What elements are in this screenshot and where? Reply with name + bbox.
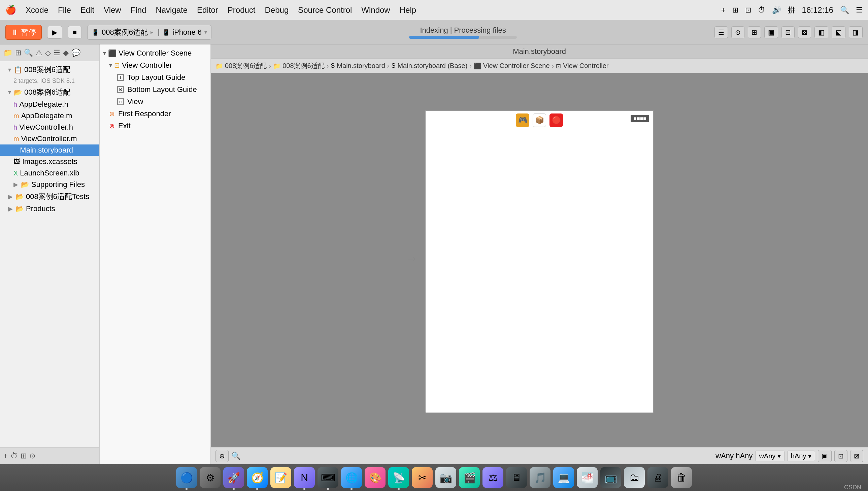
update-frames-button[interactable]: ⊡ [834,450,847,462]
warning-nav-icon[interactable]: ⚠ [36,49,42,57]
editor-assistant[interactable]: ⊡ [781,26,795,38]
breadcrumb-2[interactable]: 008案例6适配 [282,61,325,70]
phone-icon-2[interactable]: 📦 [533,114,546,127]
resolve-autolayout-button[interactable]: ⊠ [850,450,863,462]
group-products-item[interactable]: ▶ 📂 Products [0,203,99,214]
stop-button[interactable]: ■ [68,26,82,38]
dock-sys-prefs[interactable]: ⚙ [200,467,220,488]
dock-trash[interactable]: 🗑 [671,467,692,488]
dock-app15[interactable]: 🖨 [648,467,668,488]
dock-app5[interactable]: 🎨 [365,467,386,488]
outline-vc-item[interactable]: ▾ ⊡ View Controller [100,59,210,71]
menu-source-control[interactable]: Source Control [298,5,352,15]
dock-filezilla[interactable]: 📡 [388,467,409,488]
breadcrumb-3[interactable]: Main.storyboard [337,62,385,70]
breadcrumb-6[interactable]: View Controller [563,62,608,70]
input-method[interactable]: 拼 [788,5,795,15]
pause-button[interactable]: ⏸ 暂停 [5,25,42,40]
history-button[interactable]: ⏱ [10,452,18,460]
add-file-button[interactable]: + [3,452,8,460]
navigator-toggle[interactable]: ☰ [715,26,728,38]
dock-app6[interactable]: ✂ [412,467,433,488]
menu-editor[interactable]: Editor [197,5,218,15]
dock-network[interactable]: 🌐 [341,467,362,488]
search-nav-icon[interactable]: 🔍 [24,49,33,57]
report-nav-icon[interactable]: 💬 [71,49,81,57]
project-root-item[interactable]: ▾ 📋 008案例6适配 [0,63,99,76]
menu-debug[interactable]: Debug [265,5,289,15]
time-machine-icon[interactable]: ⏱ [758,6,765,15]
editor-version[interactable]: ⊠ [798,26,811,38]
group-main-item[interactable]: ▾ 📂 008案例6适配 [0,86,99,99]
breadcrumb-5[interactable]: View Controller Scene [483,62,550,70]
scheme-selector[interactable]: 📱 008案例6适配 ▸ | 📱 iPhone 6 ▾ [87,25,211,40]
dock-terminal[interactable]: ⌨ [318,467,338,488]
menu-window[interactable]: Window [361,5,390,15]
dock-app7[interactable]: 🎬 [459,467,480,488]
dock-app9[interactable]: 🖥 [506,467,527,488]
outline-scene-item[interactable]: ▾ ⬛ View Controller Scene [100,47,210,59]
dock-photo[interactable]: 📷 [435,467,456,488]
control-center-icon[interactable]: ☰ [856,6,863,15]
file-viewcontroller-h[interactable]: h ViewController.h [0,122,99,133]
folder-supporting-files[interactable]: ▶ 📂 Supporting Files [0,179,99,190]
debug-toggle[interactable]: ⊙ [731,26,744,38]
breadcrumb-4[interactable]: Main.storyboard (Base) [397,62,467,70]
constrain-button[interactable]: ▣ [818,450,832,462]
debug-nav-icon[interactable]: ☰ [54,49,60,57]
hide-debug[interactable]: ⬕ [832,26,845,38]
menu-edit[interactable]: Edit [81,5,94,15]
file-appdelegate-h[interactable]: h AppDelegate.h [0,99,99,110]
menu-help[interactable]: Help [400,5,416,15]
menu-view[interactable]: View [104,5,121,15]
group-tests-item[interactable]: ▶ 📂 008案例6适配Tests [0,190,99,203]
outline-view-item[interactable]: □ View [100,96,210,108]
outline-responder-item[interactable]: ⊛ First Responder [100,108,210,120]
dock-app8[interactable]: ⚖ [482,467,503,488]
file-viewcontroller-m[interactable]: m ViewController.m [0,133,99,144]
zoom-fit-button[interactable]: ⊕ [215,450,229,462]
dock-launchpad[interactable]: 🚀 [223,467,244,488]
dock-finder[interactable]: 🔵 [176,467,197,488]
run-button[interactable]: ▶ [47,26,62,39]
airplay-icon[interactable]: ⊡ [745,6,751,15]
dock-notes[interactable]: 📝 [270,467,291,488]
menu-navigate[interactable]: Navigate [155,5,187,15]
file-appdelegate-m[interactable]: m AppDelegate.m [0,110,99,122]
canvas-content[interactable]: → 🎮 📦 🔴 ■■■■ [211,73,868,447]
width-selector[interactable]: wAny ▾ [755,451,784,461]
outline-top-layout-item[interactable]: T Top Layout Guide [100,71,210,84]
hierarchy-button[interactable]: ⊞ [21,452,27,460]
dock-app12[interactable]: 🌁 [577,467,598,488]
apple-menu[interactable]: 🍎 [5,5,16,15]
hide-navigator[interactable]: ◧ [814,26,828,38]
outline-bottom-layout-item[interactable]: B Bottom Layout Guide [100,84,210,96]
file-main-storyboard[interactable]: S Main.storyboard [0,144,99,156]
breadcrumb-1[interactable]: 008案例6适配 [225,61,267,70]
hide-inspector[interactable]: ◨ [849,26,863,38]
menu-product[interactable]: Product [228,5,256,15]
test-nav-icon[interactable]: ◇ [45,49,51,57]
menu-xcode[interactable]: Xcode [26,5,49,15]
storyboard-tab[interactable]: Main.storyboard [211,45,868,59]
layout-toggle[interactable]: ⊞ [748,26,761,38]
file-images-xcassets[interactable]: 🖼 Images.xcassets [0,156,99,167]
screen-record-icon[interactable]: ⊞ [732,6,738,15]
height-selector[interactable]: hAny ▾ [787,451,815,461]
dock-safari[interactable]: 🧭 [247,467,268,488]
phone-icon-3[interactable]: 🔴 [549,114,563,127]
breakpoint-nav-icon[interactable]: ◆ [63,49,69,57]
folder-nav-icon[interactable]: 📁 [3,49,12,57]
source-nav-icon[interactable]: ⊞ [15,49,21,57]
search-icon[interactable]: 🔍 [840,6,849,15]
add-tab-icon[interactable]: + [721,6,725,15]
phone-icon-1[interactable]: 🎮 [516,114,529,127]
dock-onenote[interactable]: N [294,467,315,488]
dock-app13[interactable]: 📺 [600,467,621,488]
volume-icon[interactable]: 🔊 [772,6,781,15]
filter-button[interactable]: ⊙ [29,452,35,460]
dock-app14[interactable]: 🗂 [624,467,645,488]
file-launchscreen-xib[interactable]: X LaunchScreen.xib [0,167,99,179]
menu-file[interactable]: File [58,5,71,15]
editor-standard[interactable]: ▣ [764,26,778,38]
